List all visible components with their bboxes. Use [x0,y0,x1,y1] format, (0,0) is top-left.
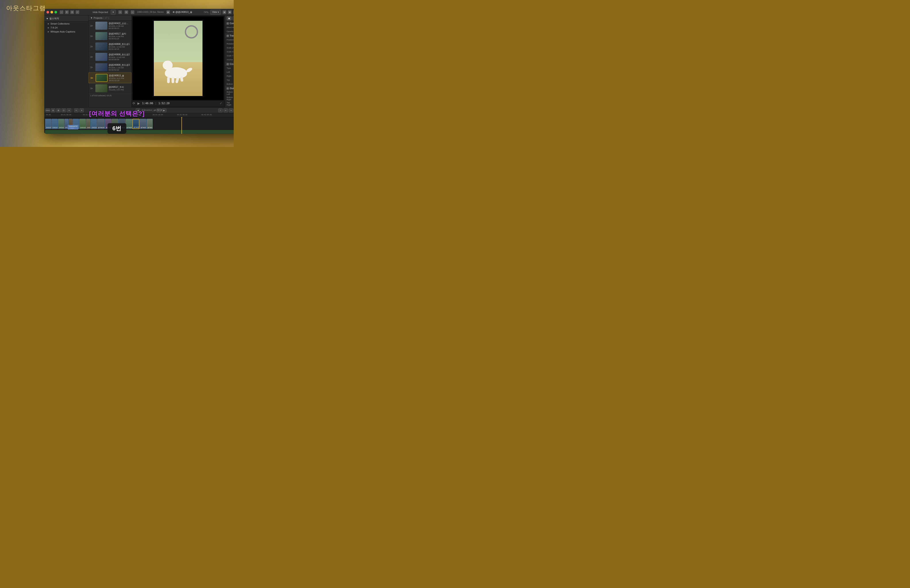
timeline-undo-btn[interactable]: ↩ [223,108,228,112]
viewer-canvas [133,16,224,100]
project-duration-4: 00:00:54:22 [109,69,130,71]
clip-2[interactable]: GX010275 [58,119,64,129]
project-name-4: @@240808_한도공3 [109,63,130,66]
project-name-2: @@240808_한도공1 [109,43,130,46]
sidebar-whisper-label: Whisper Auto Captions [50,30,75,33]
title-bar: ↓ ⬆ ⚙ ✓ Hide Rejected ▾ ≡ ⊞ ⌕ 1080×1920 … [44,9,234,16]
timeline-btn-2[interactable]: ⊠ [56,108,61,112]
clip-6[interactable]: GX010270 [79,119,86,129]
play-loop-icon[interactable]: ⟳ [133,102,135,105]
project-item-0[interactable]: ≫ @@240422_신선하니 8/13/24, 6:38 AM 00:00:5… [89,21,131,31]
project-info-3: @@240808_한도공2 8/13/24, 12:43 AM 00:00:59… [109,53,130,61]
timeline-blade-btn[interactable]: ✂ [74,108,79,112]
project-duration-1: 00:00:53:25 [109,37,130,40]
timeline-redo-btn[interactable]: ↪ [229,108,233,112]
timeline-transform-btn[interactable]: ▾ [79,108,84,112]
scale-x-row: Scale X 100.0 % [225,50,234,54]
maximize-button[interactable] [55,11,57,13]
project-item-1[interactable]: ≫ @@240517_말치 8/13/24, 6:58 PM 00:00:53:… [89,31,131,41]
monitor-icon[interactable]: ▣ [166,10,170,14]
projects-arrow[interactable]: ▼ [90,16,93,19]
at-icon: ⊕ [173,11,175,13]
distort-bl-row: Bottom Left X 0 Y 0 [225,90,234,96]
ruler-label-7: 00:02:00:00 [201,114,212,116]
projects-count: ( [103,17,104,19]
clip-1[interactable]: GX010270 [52,119,58,129]
search-icon[interactable]: ⌕ [131,10,134,14]
subtitle-number-badge: 6번 [108,123,126,134]
distort-checkbox[interactable]: ✓ [226,87,229,90]
inspector-tabs: ▣ ♪ ℹ @TAE05974 [225,16,234,21]
ruler-label-1: 00:01:00:00 [61,114,71,116]
timeline-sep-1 [73,109,73,112]
project-item-2[interactable]: ≫ @@240808_한도공1 8/13/24, 12:43 AM 00:01:… [89,41,131,52]
project-duration-0: 00:00:59:23 [109,27,130,29]
hide-rejected-dropdown[interactable]: ▾ [111,10,116,15]
timeline-dropdown[interactable]: ▾ [67,108,71,112]
play-button[interactable]: ▶ [137,102,140,105]
project-arrows-0: ≫ [90,24,93,27]
inspector-tab-video[interactable]: ▣ [226,16,231,20]
compositing-section: ✓ Compositing Blend Mode Normal ◂ Opacit… [225,21,234,34]
timeline-nav-right[interactable]: ▶ [162,108,166,112]
project-date-6: 7/11/24, 3:57 PM [109,89,130,91]
project-info-2: @@240808_한도공1 8/13/24, 12:43 AM 00:01:18… [109,43,130,50]
timeline-add-btn[interactable]: + [218,108,223,112]
blend-mode-row: Blend Mode Normal ◂ [225,26,234,29]
projects-label: Projects [94,16,102,19]
project-duration-3: 00:00:59:09 [109,58,130,61]
viewer-total: 1:52:20 [158,102,170,105]
minimize-button[interactable] [50,11,53,13]
filename-label: ⊕ @@240813_솔 [173,10,192,14]
scale-all-row: Scale (All) 100 [225,46,234,50]
check-icon[interactable]: ✓ [76,10,79,14]
crop-checkbox[interactable]: ✓ [226,63,229,65]
sidebar-collapse-arrow[interactable]: ▼ [46,17,48,20]
project-info-1: @@240517_말치 8/13/24, 6:58 PM 00:00:53:25 [109,32,130,40]
projects-count-value: 27 [105,17,107,19]
inspector-tab-audio[interactable]: ♪ [232,16,234,20]
timeline-btn-1[interactable]: ⊞ [51,108,55,112]
settings-icon[interactable]: ⚙ [70,10,74,14]
index-button[interactable]: Index [45,108,50,112]
project-item-4[interactable]: ≫ @@240808_한도공3 8/13/24, 1:20 AM 00:00:5… [89,62,131,73]
project-item-3[interactable]: ≫ @@240808_한도공2 8/13/24, 12:43 AM 00:00:… [89,52,131,62]
project-arrows-5: ≫ [90,76,94,80]
view-dropdown[interactable]: View▾ [210,10,221,15]
crop-top-row: Top 0 px [225,78,234,82]
project-list: ▼ Projects ( 27 ) ≫ @@240422_신선하니 8/13/2… [89,16,132,107]
timeline-timecode-display: 1:52:20 [157,108,161,112]
project-name-3: @@240808_한도공2 [109,53,130,56]
sidebar-item-7-9-24[interactable]: ▶ 7-9-24 [44,26,88,30]
fullscreen-icon[interactable]: ⤢ [220,102,222,105]
selected-clip-indicator: GX010279 1:34fps... [68,125,78,129]
project-date-1: 8/13/24, 6:58 PM [109,36,130,37]
inspector-icon2[interactable]: ▣ [228,10,231,14]
toolbar-icons: ↓ ⬆ ⚙ ✓ [60,10,79,14]
timeline-btn-3[interactable]: ⊡ [61,108,66,112]
close-button[interactable] [47,11,49,13]
crop-type-row: Type Trim ◂ [225,66,234,70]
scale-y-row: Scale Y 100.0 % [225,54,234,58]
opacity-row: Opacity 100.0 % [225,29,234,33]
sidebar-item-whisper[interactable]: ▶ Whisper Auto Captions [44,30,88,34]
playhead[interactable] [181,117,182,134]
share-icon[interactable]: ⬆ [65,10,69,14]
clip-0[interactable]: GX010270 [45,119,51,129]
project-item-6[interactable]: ≫ @240517_두리 7/11/24, 3:57 PM [89,83,131,94]
transform-checkbox[interactable]: ✓ [226,35,229,37]
dog-leg2 [171,77,174,83]
ruler-label-5: 00:01:40:00 [153,114,163,116]
inspector-icon1[interactable]: ▣ [223,10,226,14]
project-item-5-selected[interactable]: ≫ @@240813_솔 8/13/24, 9:21 PM 00:01:52:2… [89,73,131,83]
project-thumb-4 [95,63,107,71]
selected-clip-sub: 1:34fps... [69,128,77,129]
import-icon[interactable]: ↓ [60,10,63,14]
compositing-checkbox[interactable]: ✓ [226,23,229,24]
inspector-icon3[interactable]: ℹ [233,10,234,14]
project-info-0: @@240422_신선하니 8/13/24, 6:38 AM 00:00:59:… [109,22,130,29]
list-icon[interactable]: ≡ [118,10,122,14]
sidebar-item-smart-collections[interactable]: ▶ Smart Collections [44,22,88,26]
clip-16[interactable]: @TAE05995 [147,119,153,129]
grid-icon[interactable]: ⊞ [124,10,128,14]
